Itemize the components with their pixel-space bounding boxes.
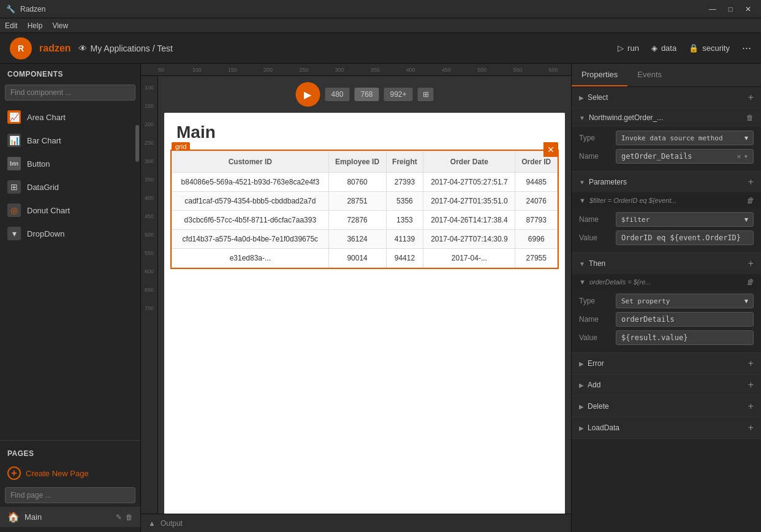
component-item-donut-chart[interactable]: ◎ Donut Chart (0, 199, 134, 222)
error-add-button[interactable]: + (748, 358, 754, 369)
grid-delete-button[interactable]: ✕ (543, 142, 558, 157)
component-item-dropdown[interactable]: ▾ DropDown (0, 222, 134, 245)
menu-bar: Edit Help View (0, 18, 761, 33)
nav-path[interactable]: My Applications / Test (91, 44, 173, 53)
od-name-input[interactable]: orderDetails (616, 312, 754, 327)
error-chevron: ▶ (579, 360, 584, 367)
delete-add-button[interactable]: + (748, 401, 754, 412)
app-header: R radzen 👁 My Applications / Test ▷ run … (0, 33, 761, 64)
left-ruler-350: 350 (141, 170, 157, 189)
page-delete-button[interactable]: 🗑 (126, 513, 133, 522)
filter-label: $filter = OrderID eq ${event... (589, 197, 677, 204)
security-button[interactable]: 🔒 security (689, 44, 730, 53)
component-list: 📈 Area Chart 📊 Bar Chart btn Button (0, 105, 140, 438)
main-layout: Components 📈 Area Chart 📊 Bar Chart (0, 64, 761, 532)
tab-events[interactable]: Events (627, 64, 672, 86)
security-label: security (702, 44, 730, 53)
cell-employee-0: 80760 (328, 173, 386, 192)
component-item-area-chart[interactable]: 📈 Area Chart (0, 105, 134, 129)
filter-sub-header[interactable]: ▼ $filter = OrderID eq ${event... 🗑 (572, 192, 761, 208)
canvas-area: 50 100 150 200 250 300 350 400 450 500 5… (141, 64, 571, 532)
menu-help[interactable]: Help (28, 21, 43, 30)
orderdetails-chevron: ▼ (579, 278, 586, 286)
component-item-bar-chart[interactable]: 📊 Bar Chart (0, 129, 134, 152)
close-button[interactable]: ✕ (741, 4, 755, 15)
page-item-main[interactable]: 🏠 Main ✎ 🗑 (0, 507, 140, 527)
section-parameters-header[interactable]: ▼ Parameters + (572, 172, 761, 192)
name-dropdown-icon[interactable]: ▾ (744, 152, 748, 161)
cell-date-4: 2017-04-... (423, 249, 515, 268)
page-search-input[interactable] (5, 487, 135, 503)
canvas-breakpoint-768[interactable]: 768 (354, 88, 379, 101)
component-search-input[interactable] (5, 85, 135, 101)
menu-edit[interactable]: Edit (5, 21, 18, 30)
orderdetails-sub-header[interactable]: ▼ orderDetails = ${re... 🗑 (572, 274, 761, 290)
filter-value-input[interactable]: OrderID eq ${event.OrderID} (616, 230, 754, 245)
component-item-button[interactable]: btn Button (0, 152, 134, 175)
parameters-add-button[interactable]: + (748, 177, 754, 188)
od-type-select[interactable]: Set property ▾ (616, 294, 754, 308)
section-add-header[interactable]: ▶ Add + (572, 374, 761, 395)
page-title: Main (176, 123, 553, 142)
canvas-grid-button[interactable]: ⊞ (418, 88, 434, 101)
page-item-main-left: 🏠 Main (7, 511, 42, 523)
section-loaddata-header[interactable]: ▶ LoadData + (572, 417, 761, 438)
component-item-datagrid[interactable]: ⊞ DataGrid (0, 175, 134, 199)
cell-freight-4: 94412 (386, 249, 423, 268)
page-name-main: Main (25, 512, 42, 522)
run-button[interactable]: ▷ run (618, 44, 639, 53)
ruler-mark-350: 350 (357, 67, 393, 73)
output-toggle[interactable]: ▲ (148, 519, 156, 528)
section-delete-label: Delete (588, 402, 609, 411)
section-northwind-header[interactable]: ▼ Northwind.getOrder_... 🗑 (572, 108, 761, 127)
od-name-value: orderDetails (621, 315, 675, 324)
filter-delete-button[interactable]: 🗑 (746, 196, 754, 205)
canvas-breakpoint-992[interactable]: 992+ (384, 88, 413, 101)
canvas-breakpoint-480[interactable]: 480 (325, 88, 349, 101)
right-panel-content: ▶ Select + ▼ Northwind.getOrder_... 🗑 (572, 87, 761, 532)
title-bar-left: 🔧 Radzen (6, 5, 45, 13)
maximize-button[interactable]: □ (725, 4, 736, 15)
loaddata-add-button[interactable]: + (748, 422, 754, 433)
more-button[interactable]: ··· (742, 42, 751, 55)
canvas-left-ruler: 100 150 200 250 300 350 400 450 500 550 … (141, 76, 158, 514)
name-clear-icon[interactable]: ✕ (737, 152, 741, 161)
add-add-button[interactable]: + (748, 379, 754, 390)
left-ruler-200: 200 (141, 115, 157, 134)
create-page-button[interactable]: + Create New Page (0, 462, 140, 485)
section-error-header[interactable]: ▶ Error + (572, 353, 761, 374)
name-value: getOrder_Details (621, 152, 692, 161)
bar-chart-icon: 📊 (7, 134, 21, 147)
name-input[interactable]: getOrder_Details ✕ ▾ (616, 149, 754, 164)
menu-view[interactable]: View (52, 21, 68, 30)
filter-name-row: Name $filter ▾ (579, 212, 754, 227)
ruler-mark-100: 100 (179, 67, 214, 73)
cell-orderid-2: 87793 (515, 211, 558, 230)
table-row: d3cbc6f6-57cc-4b5f-8711-d6cfac7aa393 728… (172, 211, 558, 230)
home-icon: 🏠 (7, 511, 20, 523)
tab-properties[interactable]: Properties (572, 64, 627, 86)
minimize-button[interactable]: — (705, 4, 720, 15)
canvas-play-button[interactable]: ▶ (295, 82, 320, 107)
select-add-button[interactable]: + (748, 92, 754, 103)
od-value-input[interactable]: ${result.value} (616, 330, 754, 345)
then-add-button[interactable]: + (748, 258, 754, 269)
od-type-row: Type Set property ▾ (579, 294, 754, 308)
title-bar-controls[interactable]: — □ ✕ (705, 4, 755, 15)
orderdetails-label: orderDetails = ${re... (589, 278, 651, 286)
northwind-delete-button[interactable]: 🗑 (746, 113, 754, 122)
create-page-icon: + (7, 466, 21, 480)
filter-name-select[interactable]: $filter ▾ (616, 212, 754, 227)
data-button[interactable]: ◈ data (651, 44, 676, 53)
page-edit-button[interactable]: ✎ (116, 513, 122, 522)
orderdetails-delete-button[interactable]: 🗑 (746, 278, 754, 286)
canvas-content: ▶ 480 768 992+ ⊞ Main grid ✕ (158, 76, 571, 514)
section-error-label: Error (588, 359, 604, 368)
section-then-label: Then (589, 259, 605, 268)
section-select-header[interactable]: ▶ Select + (572, 87, 761, 108)
section-delete-header[interactable]: ▶ Delete + (572, 396, 761, 417)
type-select[interactable]: Invoke data source method ▾ (616, 131, 754, 145)
col-order-date: Order Date (423, 151, 515, 173)
section-then-header[interactable]: ▼ Then + (572, 253, 761, 274)
left-ruler-150: 150 (141, 97, 157, 115)
